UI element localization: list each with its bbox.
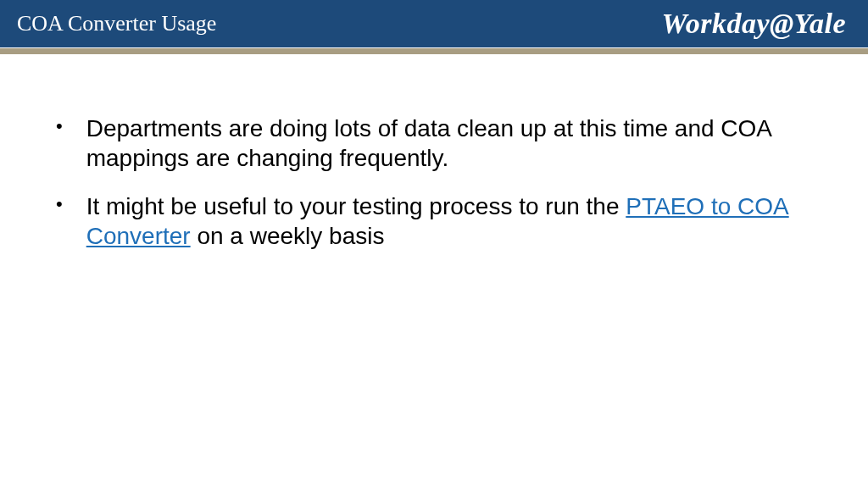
list-item: • It might be useful to your testing pro… bbox=[51, 191, 817, 251]
brand-logo: Workday@Yale bbox=[661, 8, 854, 40]
slide-title: COA Converter Usage bbox=[17, 11, 216, 36]
bullet-text: It might be useful to your testing proce… bbox=[86, 191, 817, 251]
slide-content: • Departments are doing lots of data cle… bbox=[0, 54, 868, 251]
slide-header: COA Converter Usage Workday@Yale bbox=[0, 0, 868, 47]
bullet-icon: • bbox=[56, 114, 63, 139]
text-after-link: on a weekly basis bbox=[191, 223, 385, 249]
bullet-icon: • bbox=[56, 191, 63, 217]
list-item: • Departments are doing lots of data cle… bbox=[51, 114, 817, 173]
text-before-link: It might be useful to your testing proce… bbox=[86, 193, 626, 219]
bullet-list: • Departments are doing lots of data cle… bbox=[51, 114, 817, 251]
header-divider bbox=[0, 47, 868, 54]
bullet-text: Departments are doing lots of data clean… bbox=[86, 114, 817, 173]
